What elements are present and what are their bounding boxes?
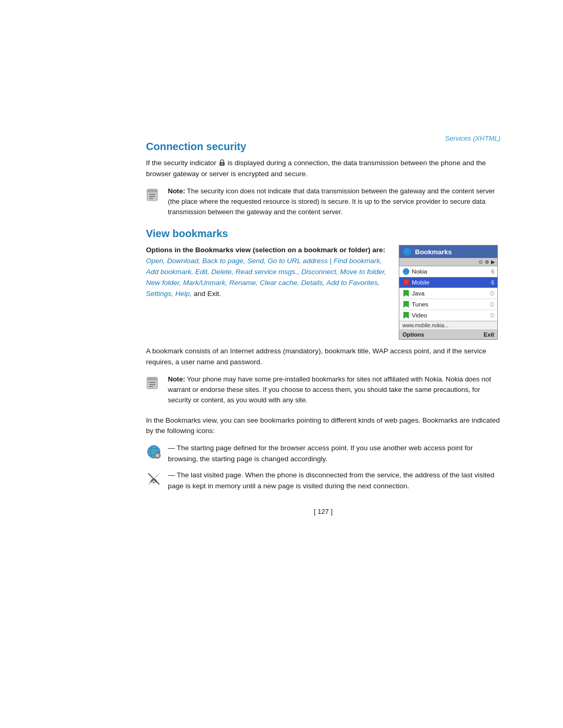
- bookmark-green-icon: [402, 312, 410, 319]
- page: Services (XHTML) Connection security If …: [0, 0, 563, 728]
- page-number: [ 127 ]: [146, 508, 500, 515]
- starting-page-icon: [146, 444, 162, 462]
- item-count: D: [491, 291, 494, 297]
- svg-rect-31: [155, 455, 156, 456]
- list-item: Video D: [399, 310, 497, 321]
- globe-icon: [402, 247, 412, 256]
- svg-point-35: [153, 482, 155, 484]
- svg-rect-18: [149, 384, 155, 385]
- item-count: D: [491, 302, 494, 307]
- bookmark-red-icon: [402, 279, 410, 286]
- svg-point-28: [156, 454, 159, 457]
- toolbar-icon-3: ▶: [491, 259, 495, 265]
- item-count: 6: [491, 269, 494, 275]
- bookmarks-layout: Options in the Bookmarks view (selection…: [146, 245, 500, 340]
- icon-2-text: — The last visited page. When the phone …: [168, 470, 500, 492]
- list-item: Java D: [399, 288, 497, 299]
- bookmarks-text-column: Options in the Bookmarks view (selection…: [146, 245, 388, 303]
- svg-rect-17: [149, 382, 155, 383]
- svg-rect-6: [149, 198, 153, 199]
- phone-mockup: Bookmarks ⊙ ⊕ ▶: [399, 245, 498, 340]
- phone-footer: Options Exit: [399, 330, 497, 339]
- svg-rect-5: [149, 196, 155, 197]
- note-text-1: Note: The security icon does not indicat…: [168, 186, 500, 217]
- note-icon-2: [146, 375, 162, 391]
- options-bold-paragraph: Options in the Bookmarks view (selection…: [146, 245, 388, 300]
- item-count: 6: [491, 280, 494, 286]
- icon-desc-row-1: — The starting page defined for the brow…: [146, 443, 500, 465]
- toolbar-icon-2: ⊕: [485, 259, 489, 265]
- exit-button[interactable]: Exit: [484, 331, 494, 338]
- list-item-selected: Mobile 6: [399, 277, 497, 288]
- phone-header: Bookmarks: [399, 245, 497, 258]
- svg-rect-16: [147, 377, 157, 380]
- note-text-2: Note: Your phone may have some pre-insta…: [168, 374, 500, 405]
- options-button[interactable]: Options: [402, 331, 424, 338]
- icon-desc-row-2: — The last visited page. When the phone …: [146, 470, 500, 492]
- last-visited-icon: [146, 471, 162, 489]
- svg-rect-32: [160, 455, 161, 456]
- icon-1-text: — The starting page defined for the brow…: [168, 443, 500, 465]
- toolbar-icon-1: ⊙: [479, 259, 483, 265]
- phone-toolbar: ⊙ ⊕ ▶: [399, 258, 497, 266]
- globe-item-icon: [402, 268, 410, 275]
- list-item: Nokia 6: [399, 266, 497, 277]
- connection-security-note: Note: The security icon does not indicat…: [146, 186, 500, 217]
- lock-icon: [218, 159, 226, 166]
- connection-security-paragraph: If the security indicator is displayed d…: [146, 158, 500, 180]
- svg-rect-30: [157, 458, 158, 459]
- phone-url-bar: www.mobile.nokia...: [399, 321, 497, 330]
- item-name: Mobile: [412, 279, 489, 286]
- item-name: Video: [412, 312, 488, 318]
- view-bookmarks-title: View bookmarks: [146, 228, 500, 240]
- item-count: D: [491, 313, 494, 318]
- connection-security-section: Connection security If the security indi…: [146, 141, 500, 217]
- item-name: Nokia: [412, 268, 489, 275]
- svg-point-1: [222, 163, 223, 164]
- phone-title: Bookmarks: [415, 248, 494, 256]
- section-label: Services (XHTML): [445, 134, 500, 142]
- svg-rect-3: [147, 189, 157, 192]
- bookmark-description-paragraph: A bookmark consists of an Internet addre…: [146, 346, 500, 368]
- svg-point-25: [151, 449, 154, 453]
- note-icon-1: [146, 187, 162, 203]
- connection-security-title: Connection security: [146, 141, 500, 153]
- svg-rect-19: [149, 386, 153, 387]
- phone-list: Nokia 6 Mobile: [399, 266, 497, 321]
- item-name: Java: [412, 290, 488, 297]
- item-name: Tunes: [412, 301, 488, 307]
- bookmarks-icons-intro: In the Bookmarks view, you can see bookm…: [146, 415, 500, 437]
- view-bookmarks-section: View bookmarks Options in the Bookmarks …: [146, 228, 500, 492]
- svg-point-26: [155, 449, 157, 452]
- bookmarks-phone-ui: Bookmarks ⊙ ⊕ ▶: [399, 245, 500, 340]
- list-item: Tunes D: [399, 299, 497, 310]
- svg-rect-29: [157, 453, 158, 454]
- svg-rect-4: [149, 194, 155, 195]
- bookmark-green-icon: [402, 301, 410, 308]
- view-bookmarks-note: Note: Your phone may have some pre-insta…: [146, 374, 500, 405]
- bookmark-green-icon: [402, 290, 410, 297]
